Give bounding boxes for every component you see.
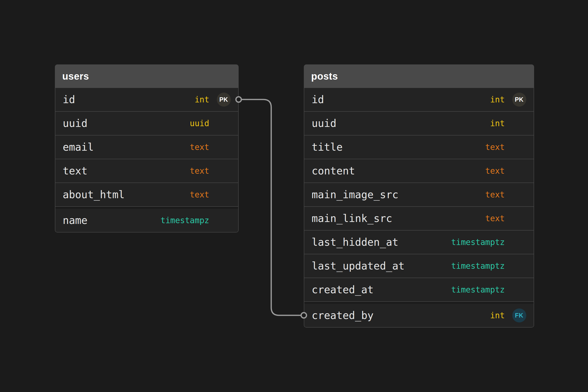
key-badge-slot: PK <box>505 92 534 106</box>
field-row-users-id[interactable]: id int PK <box>55 88 238 111</box>
field-name: text <box>63 165 88 177</box>
field-row-posts-uuid[interactable]: uuid int <box>304 111 534 135</box>
field-name: created_at <box>312 284 374 296</box>
field-type: uuid <box>190 118 209 128</box>
field-name: created_by <box>312 310 374 322</box>
field-name: main_image_src <box>312 189 398 201</box>
field-row-posts-last-hidden-at[interactable]: last_hidden_at timestamptz <box>304 230 534 254</box>
key-badge-slot: PK <box>209 92 238 106</box>
table-users[interactable]: users id int PK uuid uuid email text <box>55 64 239 232</box>
field-type: text <box>190 142 209 152</box>
field-row-posts-main-image-src[interactable]: main_image_src text <box>304 182 534 206</box>
field-type: text <box>485 166 505 176</box>
er-diagram-canvas[interactable]: users id int PK uuid uuid email text <box>0 0 588 392</box>
table-body-posts: id int PK uuid int title text content te… <box>304 88 534 328</box>
field-name: main_link_src <box>312 212 392 224</box>
field-row-posts-content[interactable]: content text <box>304 159 534 182</box>
field-row-posts-title[interactable]: title text <box>304 135 534 159</box>
field-type: text <box>485 142 505 152</box>
table-title: posts <box>311 71 338 82</box>
field-type: int <box>490 311 505 320</box>
relationship-line-users-id-to-posts-created-by[interactable] <box>239 100 304 315</box>
row-divider-gap <box>304 301 534 304</box>
field-row-posts-created-by[interactable]: created_by int FK <box>304 304 534 327</box>
field-name: last_hidden_at <box>312 236 398 248</box>
primary-key-badge: PK <box>217 92 231 106</box>
table-header-posts[interactable]: posts <box>304 64 534 88</box>
table-body-users: id int PK uuid uuid email text text text <box>55 88 239 232</box>
field-name: uuid <box>312 117 336 129</box>
table-title: users <box>62 71 89 82</box>
field-type: timestamptz <box>451 285 505 294</box>
field-row-posts-last-updated-at[interactable]: last_updated_at timestamptz <box>304 254 534 278</box>
field-name: id <box>312 94 324 106</box>
field-name: about_html <box>63 189 125 201</box>
field-row-posts-main-link-src[interactable]: main_link_src text <box>304 206 534 230</box>
field-type: text <box>485 190 505 200</box>
table-posts[interactable]: posts id int PK uuid int title text <box>304 64 534 328</box>
field-type: text <box>190 190 209 200</box>
field-type: timestamptz <box>451 261 505 271</box>
field-row-users-name[interactable]: name timestampz <box>55 209 238 232</box>
field-type: text <box>485 214 505 223</box>
field-name: content <box>312 165 355 177</box>
field-name: name <box>63 214 88 226</box>
foreign-key-badge: FK <box>512 308 526 322</box>
field-row-posts-id[interactable]: id int PK <box>304 88 534 111</box>
field-name: title <box>312 141 342 153</box>
field-row-users-text[interactable]: text text <box>55 159 238 182</box>
field-row-users-email[interactable]: email text <box>55 135 238 159</box>
key-badge-slot: FK <box>505 308 534 322</box>
field-row-users-uuid[interactable]: uuid uuid <box>55 111 238 135</box>
field-type: timestampz <box>160 216 209 225</box>
field-name: uuid <box>63 117 88 129</box>
field-type: text <box>190 166 209 176</box>
field-type: int <box>490 118 505 128</box>
field-type: int <box>194 95 209 104</box>
row-divider-gap <box>55 206 238 209</box>
field-name: last_updated_at <box>312 260 404 272</box>
field-row-users-about-html[interactable]: about_html text <box>55 182 238 206</box>
table-header-users[interactable]: users <box>55 64 239 88</box>
field-type: timestamptz <box>451 238 505 247</box>
field-type: int <box>490 95 505 104</box>
field-name: email <box>63 141 94 153</box>
field-row-posts-created-at[interactable]: created_at timestamptz <box>304 278 534 301</box>
primary-key-badge: PK <box>512 92 526 106</box>
field-name: id <box>63 94 75 106</box>
